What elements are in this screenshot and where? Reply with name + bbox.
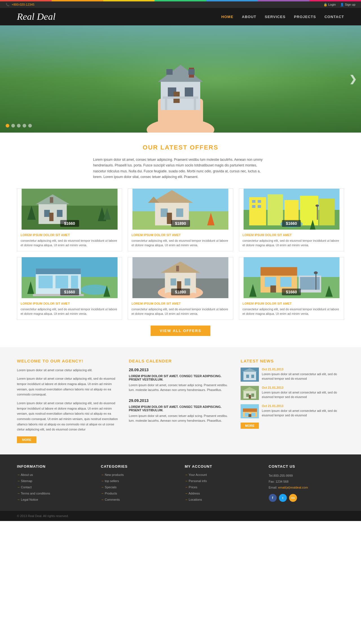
property-card-3: $1660 LOREM IPSUM DOLOR SIT AMET consect… — [239, 188, 344, 251]
footer-contact-link[interactable]: Contact — [17, 485, 32, 489]
svg-rect-98 — [243, 408, 257, 412]
nav-contact[interactable]: CONTACT — [324, 15, 344, 19]
property-title-6[interactable]: LOREM IPSUM DOLOR SIT AMET — [243, 302, 292, 305]
list-item: Specials — [101, 485, 177, 489]
offers-title: OUR LATEST OFFERS — [17, 144, 344, 151]
svg-rect-30 — [176, 208, 183, 217]
footer-account-title: My Account — [185, 464, 260, 469]
list-item: Personal info — [185, 479, 260, 483]
svg-rect-77 — [280, 277, 291, 287]
footer-locations-link[interactable]: Locations — [185, 498, 202, 501]
svg-rect-29 — [161, 208, 168, 217]
svg-rect-101 — [248, 414, 251, 417]
footer-categories: CATEGORIES New products top sellers Spec… — [101, 464, 177, 504]
footer-your-account-link[interactable]: Your Account — [185, 473, 207, 476]
news-item-2: Oct 21.01.2013 Lorem ipsum dolor sit ame… — [241, 386, 344, 400]
news-more-button[interactable]: MORE — [241, 423, 259, 429]
svg-rect-20 — [50, 197, 53, 203]
news-text-2: Lorem ipsum dolor sit amet consectetur a… — [262, 390, 344, 399]
list-item: Locations — [185, 498, 260, 502]
footer-info-list: About us Sitemap Contact Terms and condi… — [17, 473, 93, 502]
property-img-1: $1660 — [17, 189, 122, 230]
svg-point-71 — [190, 293, 197, 297]
svg-point-84 — [314, 271, 318, 274]
signup-link[interactable]: 👤 Sign up — [340, 3, 355, 6]
svg-rect-39 — [319, 199, 334, 225]
welcome-para-2: Lorem ipsum dolor sit amet conse ctetur … — [17, 376, 120, 397]
property-card-2: $1890 LOREM IPSUM DOLOR SIT AMET consect… — [128, 188, 233, 251]
svg-rect-19 — [49, 213, 54, 221]
hero-next-arrow[interactable]: ❯ — [349, 74, 357, 84]
nav-about[interactable]: ABOUT — [242, 15, 256, 19]
auth-links: 🔒 Login 👤 Sign up — [323, 3, 355, 6]
social-twitter[interactable]: t — [279, 494, 287, 502]
svg-rect-95 — [249, 395, 251, 399]
property-title-1[interactable]: LOREM IPSUM DOLOR SIT AMET — [21, 233, 70, 237]
footer-address-link[interactable]: Address — [185, 492, 200, 495]
property-img-3: $1660 — [239, 189, 344, 230]
deal-text-1: Lorem ipsum dolor sit amet, consec tetue… — [129, 383, 232, 393]
hero-dots — [6, 124, 32, 128]
footer-legal-link[interactable]: Legal Notice — [17, 498, 38, 501]
view-all-button[interactable]: VIEW ALL OFFERS — [151, 326, 210, 336]
property-desc-3: consectetur adipiscing elit, sed do eius… — [243, 238, 340, 248]
news-item-1: Oct 21.01.2013 Lorem ipsum dolor sit ame… — [241, 368, 344, 382]
footer-email-link[interactable]: email(at)realdeal.com — [278, 486, 308, 489]
copyright-text: © 2013 Real Deal. All rights reserved. — [17, 514, 69, 518]
welcome-col: WELCOME TO OUR AGENCY! Lorem ipsum dolor… — [17, 359, 120, 443]
footer-grid: INFORMATION About us Sitemap Contact Ter… — [17, 464, 344, 504]
header: Real Deal HOME ABOUT SERVICES PROJECTS C… — [0, 8, 361, 25]
footer-contact-title: CONTACT US — [269, 464, 344, 469]
property-title-2[interactable]: LOREM IPSUM DOLOR SIT AMET — [131, 233, 180, 237]
property-img-4: $1660 — [17, 257, 122, 298]
dot-5[interactable] — [28, 124, 32, 128]
social-facebook[interactable]: f — [269, 494, 277, 502]
dot-2[interactable] — [11, 124, 15, 128]
property-title-3[interactable]: LOREM IPSUM DOLOR SIT AMET — [243, 233, 292, 237]
news-text-1: Lorem ipsum dolor sit amet consectetur a… — [262, 372, 344, 381]
top-bar: 📞 +800-020-12345 🔒 Login 👤 Sign up — [0, 1, 361, 8]
welcome-more-button[interactable]: MORE — [17, 436, 36, 443]
footer-personal-info-link[interactable]: Personal info — [185, 479, 207, 483]
footer-about-link[interactable]: About us — [17, 473, 33, 476]
footer-bottom: © 2013 Real Deal. All rights reserved. — [0, 511, 361, 521]
nav-home[interactable]: HOME — [221, 15, 234, 19]
svg-rect-100 — [251, 413, 256, 416]
dot-4[interactable] — [23, 124, 26, 128]
dot-1[interactable] — [6, 124, 9, 128]
property-card-1: $1660 LOREM IPSUM DOLOR SIT AMET consect… — [17, 188, 122, 251]
nav-projects[interactable]: PROJECTS — [294, 15, 316, 19]
dot-3[interactable] — [17, 124, 21, 128]
property-desc-1: consectetur adipiscing elit, sed do eius… — [21, 238, 118, 248]
property-desc-5: consectetur adipiscing elit, sed do eius… — [131, 307, 229, 316]
svg-rect-75 — [260, 267, 297, 276]
footer-sitemap-link[interactable]: Sitemap — [17, 479, 32, 483]
footer-prices-link[interactable]: Prices — [185, 485, 197, 489]
footer-contact-us: CONTACT US Tel.800-255-9999 Fax: 1234 56… — [269, 464, 344, 504]
property-price-2: $1890 — [171, 220, 190, 227]
phone-number: 📞 +800-020-12345 — [6, 3, 34, 6]
footer-email-label: Email: — [269, 486, 278, 489]
list-item: Products — [101, 491, 177, 495]
footer-information: INFORMATION About us Sitemap Contact Ter… — [17, 464, 93, 504]
nav-services[interactable]: SERVICES — [265, 15, 286, 19]
footer-terms-link[interactable]: Terms and conditions — [17, 492, 50, 495]
footer-products-link[interactable]: Products — [101, 492, 117, 495]
property-title-4[interactable]: LOREM IPSUM DOLOR SIT AMET — [21, 302, 70, 305]
footer-comments-link[interactable]: Comments — [101, 498, 120, 501]
deals-title: DEALS CALENDER — [129, 359, 232, 363]
news-date-2: Oct 21.01.2013 — [262, 386, 344, 389]
svg-rect-53 — [56, 276, 68, 288]
svg-rect-36 — [267, 194, 283, 225]
footer-email-line: Email: email(at)realdeal.com — [269, 485, 344, 491]
footer-new-products-link[interactable]: New products — [101, 473, 124, 476]
svg-rect-67 — [176, 266, 179, 271]
svg-rect-45 — [317, 206, 318, 220]
property-title-5[interactable]: LOREM IPSUM DOLOR SIT AMET — [131, 302, 180, 305]
social-rss[interactable]: rss — [289, 494, 297, 502]
footer: INFORMATION About us Sitemap Contact Ter… — [0, 454, 361, 511]
footer-top-sellers-link[interactable]: top sellers — [101, 479, 119, 483]
svg-rect-8 — [166, 69, 173, 75]
login-link[interactable]: 🔒 Login — [323, 3, 336, 6]
footer-specials-link[interactable]: Specials — [101, 485, 117, 489]
